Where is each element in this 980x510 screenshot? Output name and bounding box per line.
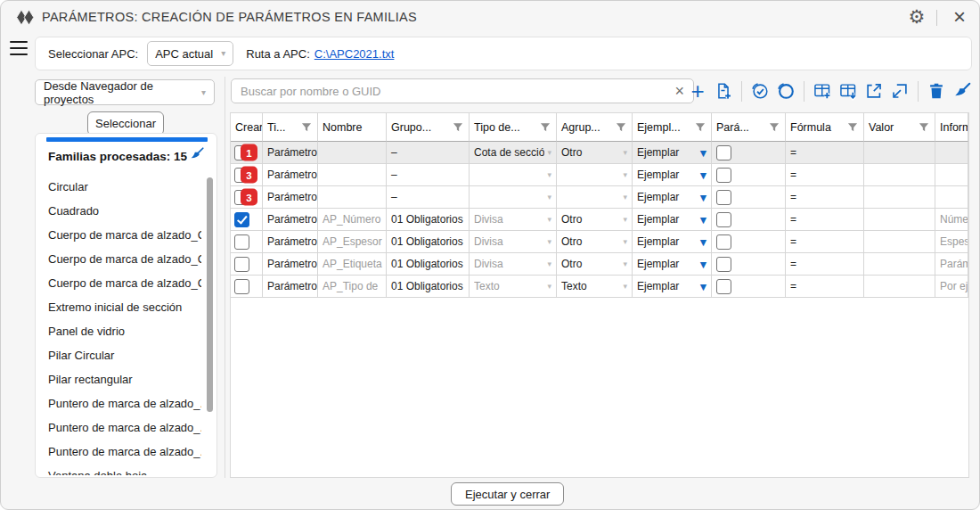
cell-agrup-dropdown[interactable]: Otro▾ [557,253,633,276]
cell-tipo[interactable]: Parámetro [263,253,318,276]
execute-close-button[interactable]: Ejecutar y cerrar [451,482,564,506]
toolbar-uncheck-all-button[interactable] [775,80,796,102]
apc-dropdown[interactable]: APC actual ▾ [147,41,233,66]
cell-nombre[interactable]: AP_Espesor [318,231,387,253]
crear-checkbox[interactable] [234,279,249,294]
toolbar-check-all-button[interactable] [749,80,771,102]
parametro-checkbox[interactable] [716,168,731,183]
family-list-item[interactable]: Cuerpo de marca de alzado_C... [36,223,201,247]
cell-formula[interactable]: = [786,209,864,231]
cell-informacion[interactable]: Núme [935,209,968,231]
cell-agrup-dropdown[interactable]: ▾ [557,164,633,186]
cell-agrup-dropdown[interactable]: Otro▾ [557,142,633,164]
cell-informacion[interactable] [935,142,968,164]
toolbar-add-file-button[interactable] [713,80,734,102]
cell-tipo[interactable]: Parámetro [263,209,318,231]
filter-funnel-icon[interactable] [694,121,706,134]
cell-valor[interactable] [864,276,935,298]
parametro-checkbox[interactable] [716,234,731,250]
cell-ejemplar-dropdown[interactable]: Ejemplar▼ [633,164,712,186]
cell-tipo-de-dropdown[interactable]: Divisa▾ [470,253,557,276]
toolbar-delete-button[interactable] [926,80,947,102]
close-icon[interactable]: × [945,3,974,31]
filter-funnel-icon[interactable] [846,121,859,134]
crear-checkbox[interactable] [234,257,249,272]
cell-formula[interactable]: = [786,142,864,164]
cell-grupo[interactable]: – [387,164,470,186]
parametro-checkbox[interactable] [716,212,731,227]
search-input[interactable] [239,84,673,99]
family-list-item[interactable]: Puntero de marca de alzado_... [36,440,201,464]
cell-formula[interactable]: = [786,276,864,298]
family-list-item[interactable]: Cuerpo de marca de alzado_C... [36,271,201,295]
family-list-item[interactable]: Pilar rectangular [36,367,201,391]
cell-nombre[interactable] [318,164,387,186]
cell-nombre[interactable]: AP_Tipo de [318,276,387,298]
parametro-checkbox[interactable] [716,190,731,205]
filter-funnel-icon[interactable] [539,121,551,134]
toolbar-clean-button[interactable] [951,80,973,102]
toolbar-table-add-button[interactable] [812,80,833,102]
source-dropdown[interactable]: Desde Navegador de proyectos ▾ [35,79,215,105]
cell-tipo[interactable]: Parámetro [263,276,318,298]
toolbar-export-button[interactable] [863,80,885,102]
cell-ejemplar-dropdown[interactable]: Ejemplar▼ [633,253,712,276]
family-list-item[interactable]: Ventana doble hoja... [36,464,201,475]
cell-grupo[interactable]: 01 Obligatorios [387,231,470,253]
cell-tipo[interactable]: Parámetro [263,142,318,164]
cell-formula[interactable]: = [786,253,864,276]
cell-grupo[interactable]: 01 Obligatorios [387,253,470,276]
cell-valor[interactable] [864,142,935,164]
cell-informacion[interactable]: Por ej [935,276,968,298]
filter-funnel-icon[interactable] [615,121,627,134]
cell-tipo[interactable]: Parámetro [263,164,318,186]
cell-nombre[interactable] [318,142,387,164]
select-button[interactable]: Seleccionar [87,111,164,136]
cell-tipo-de-dropdown[interactable]: Cota de sección▾ [470,142,557,164]
cell-tipo-de-dropdown[interactable]: ▾ [470,164,557,186]
cell-grupo[interactable]: – [387,142,470,164]
filter-funnel-icon[interactable] [300,121,313,134]
family-list-item[interactable]: Panel de vidrio [36,319,201,343]
family-list-item[interactable]: Extremo inicial de sección [36,295,201,319]
cell-tipo-de-dropdown[interactable]: Divisa▾ [470,231,557,253]
parametro-checkbox[interactable] [716,145,731,160]
cell-informacion[interactable]: Espes [935,231,968,253]
family-list-item[interactable]: Circular [36,175,201,199]
clean-broom-icon[interactable] [189,146,205,166]
family-list-item[interactable]: Puntero de marca de alzado_... [36,415,201,440]
cell-grupo[interactable]: – [387,186,470,209]
cell-grupo[interactable]: 01 Obligatorios [387,209,470,231]
clear-search-icon[interactable]: × [673,83,686,99]
cell-agrup-dropdown[interactable]: Otro▾ [557,209,633,231]
parametro-checkbox[interactable] [716,279,731,294]
toolbar-add-button[interactable]: + [687,80,708,102]
cell-ejemplar-dropdown[interactable]: Ejemplar▼ [633,276,712,298]
cell-agrup-dropdown[interactable]: Texto▾ [557,276,633,298]
cell-ejemplar-dropdown[interactable]: Ejemplar▼ [633,231,712,253]
filter-funnel-icon[interactable] [768,121,780,134]
cell-ejemplar-dropdown[interactable]: Ejemplar▼ [633,142,712,164]
toolbar-import-button[interactable] [889,80,911,102]
crear-checkbox[interactable] [234,212,249,227]
family-list-item[interactable]: Cuerpo de marca de alzado_C... [36,247,201,271]
menu-hamburger-icon[interactable] [10,41,28,55]
cell-valor[interactable] [864,164,935,186]
cell-valor[interactable] [864,209,935,231]
cell-informacion[interactable] [935,186,968,209]
families-scrollbar-thumb[interactable] [207,177,213,412]
family-list-item[interactable]: Cuadrado [36,199,201,223]
parametro-checkbox[interactable] [716,257,731,272]
cell-valor[interactable] [864,253,935,276]
family-list-item[interactable]: Pilar Circular [36,343,201,367]
crear-checkbox[interactable] [234,234,249,250]
filter-funnel-icon[interactable] [452,121,464,134]
family-list-item[interactable]: Puntero de marca de alzado_... [36,391,201,415]
cell-informacion[interactable]: Parám [935,253,968,276]
cell-tipo[interactable]: Parámetro [263,231,318,253]
filter-funnel-icon[interactable] [918,121,930,134]
cell-tipo-de-dropdown[interactable]: Divisa▾ [470,209,557,231]
cell-formula[interactable]: = [786,164,864,186]
settings-gear-icon[interactable]: ⚙ [904,4,929,29]
cell-tipo-de-dropdown[interactable]: ▾ [470,186,557,209]
